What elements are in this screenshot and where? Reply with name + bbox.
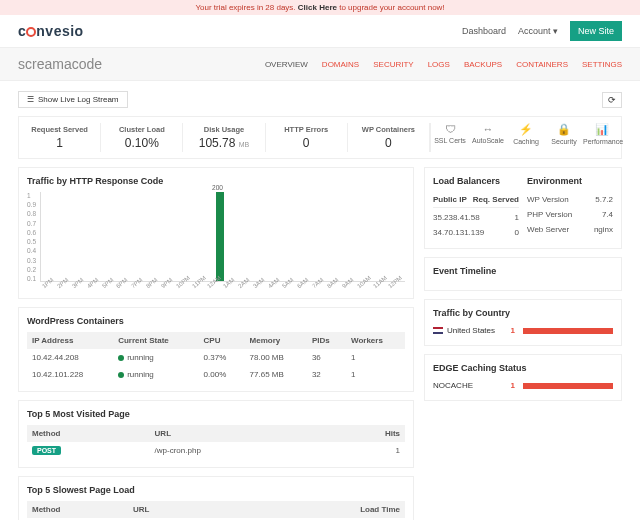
visited-panel: Top 5 Most Visited Page MethodURLHits PO… <box>18 400 414 468</box>
table-row: 10.42.44.208running0.37%78.00 MB361 <box>27 349 405 366</box>
country-panel: Traffic by Country United States 1 <box>424 299 622 346</box>
tab-backups[interactable]: BACKUPS <box>464 60 502 69</box>
header: cnvesio Dashboard Account ▾ New Site <box>0 15 640 48</box>
quick-security[interactable]: 🔒Security <box>545 123 583 152</box>
timeline-panel: Event Timeline <box>424 257 622 291</box>
autoscale-icon: ↔ <box>469 123 507 135</box>
quick-autoscale[interactable]: ↔AutoScale <box>469 123 507 152</box>
chart-bar <box>216 192 224 281</box>
stat-cluster-load: Cluster Load0.10% <box>101 123 183 152</box>
stats-panel: Request Served1 Cluster Load0.10% Disk U… <box>18 116 622 159</box>
tab-overview[interactable]: OVERVIEW <box>265 60 308 69</box>
edge-title: EDGE Caching Status <box>433 363 613 373</box>
slowest-title: Top 5 Slowest Page Load <box>27 485 405 495</box>
logo[interactable]: cnvesio <box>18 23 84 39</box>
lock-icon: 🔒 <box>545 123 583 136</box>
logo-o-icon <box>26 27 36 37</box>
edge-bar <box>523 383 613 389</box>
stat-wp-containers: WP Containers0 <box>348 123 430 152</box>
refresh-button[interactable]: ⟳ <box>602 92 622 108</box>
chart-icon: 📊 <box>583 123 621 136</box>
show-log-stream-button[interactable]: ☰Show Live Log Stream <box>18 91 128 108</box>
env-row: Web Servernginx <box>527 222 613 237</box>
stat-request-served: Request Served1 <box>19 123 101 152</box>
traffic-chart-panel: Traffic by HTTP Response Code 10.90.80.7… <box>18 167 414 299</box>
tab-security[interactable]: SECURITY <box>373 60 413 69</box>
table-row: 10.42.101.228running0.00%77.65 MB321 <box>27 366 405 383</box>
list-icon: ☰ <box>27 95 34 104</box>
lb-title: Load Balancers <box>433 176 519 186</box>
quick-caching[interactable]: ⚡Caching <box>507 123 545 152</box>
us-flag-icon <box>433 327 443 334</box>
quick-performance[interactable]: 📊Performance <box>583 123 621 152</box>
nav-dashboard[interactable]: Dashboard <box>462 26 506 36</box>
country-row: United States 1 <box>433 324 613 337</box>
bar-label: 200 <box>212 184 223 191</box>
lb-row: 34.70.131.1390 <box>433 225 519 240</box>
stat-disk-usage: Disk Usage105.78 MB <box>183 123 265 152</box>
new-site-button[interactable]: New Site <box>570 21 622 41</box>
edge-row: NOCACHE 1 <box>433 379 613 392</box>
trial-suffix: to upgrade your account now! <box>337 3 445 12</box>
env-row: PHP Version7.4 <box>527 207 613 222</box>
method-badge: POST <box>32 446 61 455</box>
tab-logs[interactable]: LOGS <box>428 60 450 69</box>
trial-banner: Your trial expires in 28 days. Click Her… <box>0 0 640 15</box>
wp-containers-panel: WordPress Containers IP AddressCurrent S… <box>18 307 414 392</box>
trial-text: Your trial expires in 28 days. <box>195 3 297 12</box>
site-name: screamacode <box>18 56 102 72</box>
wpc-table: IP AddressCurrent StateCPUMemoryPIDsWork… <box>27 332 405 383</box>
tab-settings[interactable]: SETTINGS <box>582 60 622 69</box>
edge-panel: EDGE Caching Status NOCACHE 1 <box>424 354 622 401</box>
trial-click-here[interactable]: Click Here <box>298 3 337 12</box>
slowest-panel: Top 5 Slowest Page Load MethodURLLoad Ti… <box>18 476 414 520</box>
timeline-title: Event Timeline <box>433 266 613 276</box>
shield-icon: 🛡 <box>431 123 469 135</box>
table-row: POST/wp-cron.php1 <box>27 442 405 459</box>
env-row: WP Version5.7.2 <box>527 192 613 207</box>
site-bar: screamacode OVERVIEW DOMAINS SECURITY LO… <box>0 48 640 81</box>
lb-env-panel: Load Balancers Public IPReq. Served 35.2… <box>424 167 622 249</box>
quick-ssl[interactable]: 🛡SSL Certs <box>431 123 469 152</box>
country-title: Traffic by Country <box>433 308 613 318</box>
lb-row: 35.238.41.581 <box>433 210 519 225</box>
stat-http-errors: HTTP Errors0 <box>266 123 348 152</box>
traffic-chart: 10.90.80.70.60.50.40.30.20.1 200 <box>27 192 405 282</box>
nav-account[interactable]: Account ▾ <box>518 26 558 36</box>
tab-containers[interactable]: CONTAINERS <box>516 60 568 69</box>
site-tabs: OVERVIEW DOMAINS SECURITY LOGS BACKUPS C… <box>265 60 622 69</box>
bolt-icon: ⚡ <box>507 123 545 136</box>
visited-title: Top 5 Most Visited Page <box>27 409 405 419</box>
tab-domains[interactable]: DOMAINS <box>322 60 359 69</box>
wpc-title: WordPress Containers <box>27 316 405 326</box>
quick-links: 🛡SSL Certs ↔AutoScale ⚡Caching 🔒Security… <box>430 123 621 152</box>
env-title: Environment <box>527 176 613 186</box>
country-bar <box>523 328 613 334</box>
